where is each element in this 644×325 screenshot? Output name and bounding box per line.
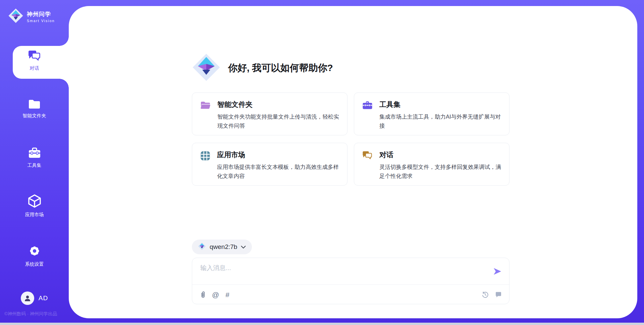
cube-icon: [28, 194, 41, 209]
composer-toolbar: @ #: [200, 285, 502, 304]
card-smart-folders[interactable]: 智能文件夹 智能文件夹功能支持批量文件上传与清洗，轻松实现文件问答: [192, 92, 347, 135]
sidebar-item-label: 系统设置: [25, 261, 44, 267]
card-title: 应用市场: [217, 150, 339, 159]
chat-bubbles-icon: [362, 151, 373, 178]
sidebar-item-smart-folders[interactable]: 智能文件夹: [0, 99, 69, 119]
send-icon[interactable]: [493, 267, 502, 276]
sidebar: 神州问学 Smart Vision 对话 智能文件夹: [0, 0, 69, 325]
card-title: 智能文件夹: [217, 100, 339, 109]
sidebar-item-chat[interactable]: 对话: [0, 50, 69, 71]
card-description: 灵活切换多模型文件，支持多样回复效果调试，满足个性化需求: [379, 162, 501, 180]
copyright-text: ©神州数码 · 神州问学出品: [4, 311, 57, 317]
sidebar-item-label: 应用市场: [25, 212, 44, 218]
sidebar-item-label: 智能文件夹: [23, 113, 46, 119]
window-bottom-edge: [0, 323, 644, 325]
folder-open-icon: [200, 101, 211, 128]
sidebar-item-label: 对话: [30, 65, 39, 71]
gear-icon: [28, 244, 41, 259]
model-name: qwen2:7b: [210, 243, 237, 251]
card-toolkit[interactable]: 工具集 集成市场上主流工具，助力AI与外界无缝扩展与对接: [354, 92, 509, 135]
sidebar-item-toolkit[interactable]: 工具集: [0, 147, 69, 169]
active-tab-fillet-bottom: [59, 79, 69, 88]
chat-bubbles-icon: [28, 50, 41, 63]
brand-diamond-icon: [8, 8, 23, 25]
greeting-diamond-icon: [192, 53, 221, 83]
grid-icon: [200, 151, 210, 178]
app-logo: 神州问学 Smart Vision: [8, 8, 55, 25]
user-profile[interactable]: AD: [0, 291, 69, 305]
card-app-market[interactable]: 应用市场 应用市场提供丰富长文本模板，助力高效生成多样化文章内容: [192, 143, 347, 186]
sidebar-item-app-market[interactable]: 应用市场: [0, 194, 69, 218]
message-input[interactable]: [200, 264, 475, 281]
card-chat[interactable]: 对话 灵活切换多模型文件，支持多样回复效果调试，满足个性化需求: [354, 143, 509, 186]
history-icon[interactable]: [482, 291, 489, 298]
message-composer: @ #: [192, 258, 509, 304]
brand-name: 神州问学: [27, 10, 55, 18]
toolbox-icon: [362, 101, 373, 128]
card-title: 对话: [379, 150, 501, 159]
toolbox-icon: [28, 147, 41, 160]
card-description: 智能文件夹功能支持批量文件上传与清洗，轻松实现文件问答: [217, 112, 339, 130]
model-selector[interactable]: qwen2:7b: [192, 240, 252, 254]
card-description: 集成市场上主流工具，助力AI与外界无缝扩展与对接: [379, 112, 501, 130]
greeting-title: 你好, 我可以如何帮助你?: [228, 62, 333, 74]
active-tab-fillet-top: [59, 37, 69, 46]
main-content-panel: 你好, 我可以如何帮助你? 智能文件夹 智能文件夹功能支持批量文件上传与清洗，轻…: [69, 6, 637, 318]
hashtag-icon[interactable]: #: [225, 291, 229, 298]
sidebar-item-label: 工具集: [28, 162, 42, 169]
greeting-block: 你好, 我可以如何帮助你?: [192, 53, 333, 83]
avatar: [21, 291, 34, 305]
card-description: 应用市场提供丰富长文本模板，助力高效生成多样化文章内容: [217, 162, 339, 180]
brand-subtitle: Smart Vision: [27, 19, 55, 23]
mention-icon[interactable]: @: [212, 291, 219, 298]
chevron-down-icon: [241, 244, 246, 250]
user-name: AD: [39, 295, 48, 302]
feature-cards: 智能文件夹 智能文件夹功能支持批量文件上传与清洗，轻松实现文件问答 工具集: [192, 92, 509, 186]
model-diamond-icon: [198, 242, 206, 252]
feedback-bubble-icon[interactable]: [495, 291, 502, 298]
card-title: 工具集: [379, 100, 501, 109]
attachment-icon[interactable]: [200, 291, 206, 299]
folder-icon: [28, 99, 41, 110]
sidebar-item-settings[interactable]: 系统设置: [0, 244, 69, 267]
